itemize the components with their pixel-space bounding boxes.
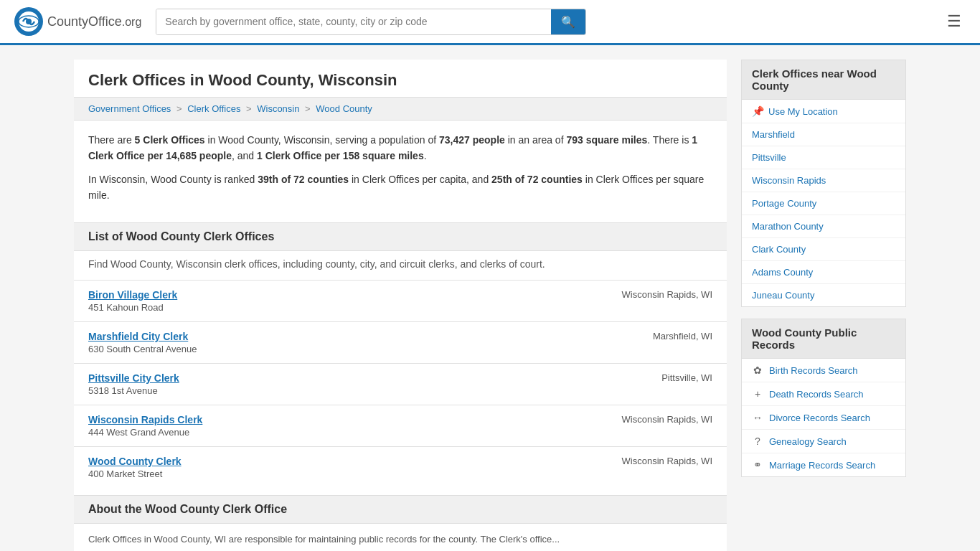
genealogy-icon: ? xyxy=(752,435,763,447)
search-bar: 🔍 xyxy=(156,9,586,35)
sidebar-records-title: Wood County Public Records xyxy=(742,319,905,359)
about-text: Clerk Offices in Wood County, WI are res… xyxy=(74,524,727,551)
location-pin-icon: 📌 xyxy=(752,105,764,117)
clerk-city-4: Wisconsin Rapids, WI xyxy=(608,414,712,425)
clerk-link-5[interactable]: Wood County Clerk xyxy=(88,456,182,467)
table-row: Wisconsin Rapids Clerk 444 West Grand Av… xyxy=(74,405,727,446)
logo[interactable]: CountyOffice.org xyxy=(14,7,141,36)
breadcrumb: Government Offices > Clerk Offices > Wis… xyxy=(74,97,727,121)
breadcrumb-link-4[interactable]: Wood County xyxy=(316,103,372,114)
clerk-city-3: Pittsville, WI xyxy=(647,372,712,383)
sidebar-item-death-records[interactable]: + Death Records Search xyxy=(742,382,905,406)
table-row: Pittsville City Clerk 5318 1st Avenue Pi… xyxy=(74,363,727,405)
sidebar-records-section: Wood County Public Records ✿ Birth Recor… xyxy=(741,319,906,477)
clerk-address-4: 444 West Grand Avenue xyxy=(88,427,608,438)
clerk-city-2: Marshfield, WI xyxy=(639,331,712,342)
birth-records-icon: ✿ xyxy=(752,364,763,376)
clerk-link-3[interactable]: Pittsville City Clerk xyxy=(88,372,179,384)
death-records-icon: + xyxy=(752,388,763,400)
clerk-address-5: 400 Market Street xyxy=(88,468,608,479)
clerk-address-1: 451 Kahoun Road xyxy=(88,302,608,313)
sidebar-item-wisconsin-rapids[interactable]: Wisconsin Rapids xyxy=(742,169,905,192)
sidebar-item-juneau-county[interactable]: Juneau County xyxy=(742,284,905,306)
sidebar: Clerk Offices near Wood County 📌 Use My … xyxy=(741,60,906,551)
sidebar-item-genealogy[interactable]: ? Genealogy Search xyxy=(742,430,905,453)
sidebar-item-birth-records[interactable]: ✿ Birth Records Search xyxy=(742,359,905,382)
logo-text: CountyOffice.org xyxy=(47,14,141,29)
clerk-link-1[interactable]: Biron Village Clerk xyxy=(88,289,177,301)
sidebar-item-clark-county[interactable]: Clark County xyxy=(742,238,905,261)
sidebar-nearby-section: Clerk Offices near Wood County 📌 Use My … xyxy=(741,60,906,307)
table-row: Biron Village Clerk 451 Kahoun Road Wisc… xyxy=(74,280,727,321)
clerk-address-2: 630 South Central Avenue xyxy=(88,344,639,354)
clerk-address-3: 5318 1st Avenue xyxy=(88,385,647,396)
marriage-records-icon: ⚭ xyxy=(752,459,763,471)
sidebar-item-marshfield[interactable]: Marshfield xyxy=(742,123,905,146)
clerk-city-1: Wisconsin Rapids, WI xyxy=(608,289,712,300)
sidebar-item-marriage-records[interactable]: ⚭ Marriage Records Search xyxy=(742,453,905,476)
breadcrumb-link-3[interactable]: Wisconsin xyxy=(257,103,299,114)
search-button[interactable]: 🔍 xyxy=(551,9,585,34)
search-input[interactable] xyxy=(156,9,551,34)
table-row: Marshfield City Clerk 630 South Central … xyxy=(74,321,727,363)
clerk-link-2[interactable]: Marshfield City Clerk xyxy=(88,331,188,342)
sidebar-item-adams-county[interactable]: Adams County xyxy=(742,261,905,284)
menu-button[interactable]: ☰ xyxy=(943,8,966,35)
sidebar-item-portage-county[interactable]: Portage County xyxy=(742,192,905,215)
breadcrumb-link-2[interactable]: Clerk Offices xyxy=(187,103,240,114)
clerk-city-5: Wisconsin Rapids, WI xyxy=(608,456,712,466)
divorce-records-icon: ↔ xyxy=(752,412,763,423)
sidebar-item-marathon-county[interactable]: Marathon County xyxy=(742,215,905,238)
intro-text: There are 5 Clerk Offices in Wood County… xyxy=(74,121,727,215)
page-title: Clerk Offices in Wood County, Wisconsin xyxy=(74,60,727,97)
list-section-desc: Find Wood County, Wisconsin clerk office… xyxy=(74,251,727,280)
logo-icon xyxy=(14,7,43,36)
about-section-header: About the Wood County Clerk Office xyxy=(74,495,727,524)
sidebar-item-pittsville[interactable]: Pittsville xyxy=(742,146,905,169)
sidebar-item-use-my-location[interactable]: 📌 Use My Location xyxy=(742,100,905,123)
sidebar-item-divorce-records[interactable]: ↔ Divorce Records Search xyxy=(742,406,905,430)
clerk-link-4[interactable]: Wisconsin Rapids Clerk xyxy=(88,414,202,425)
table-row: Wood County Clerk 400 Market Street Wisc… xyxy=(74,446,727,488)
list-section-header: List of Wood County Clerk Offices xyxy=(74,222,727,251)
svg-point-2 xyxy=(26,19,32,24)
breadcrumb-link-1[interactable]: Government Offices xyxy=(88,103,171,114)
sidebar-nearby-title: Clerk Offices near Wood County xyxy=(742,60,905,100)
